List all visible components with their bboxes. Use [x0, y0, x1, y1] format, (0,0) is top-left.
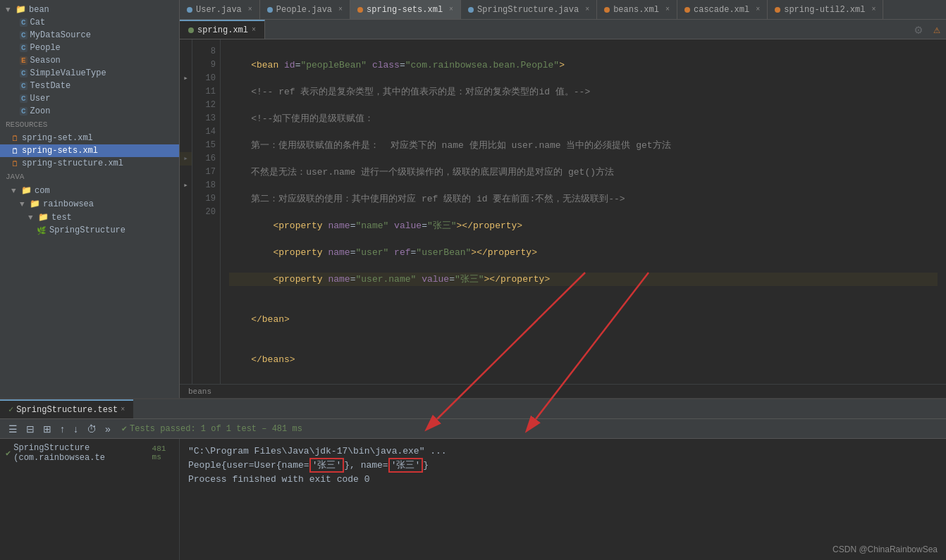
- console-output: "C:\Program Files\Java\jdk-17\bin\java.e…: [180, 439, 946, 560]
- warning-icon: ⚠: [928, 23, 946, 37]
- sidebar-item-cat[interactable]: C Cat: [0, 16, 179, 29]
- sidebar-item-spring-sets-xml[interactable]: 🗒 spring-sets.xml: [0, 144, 179, 157]
- tab-cascade-xml[interactable]: cascade.xml ×: [677, 0, 768, 19]
- bottom-panel: ✓ SpringStructure.test × ☰ ⊟ ⊞ ↑ ↓ ⏱ » ✔…: [0, 398, 946, 560]
- tab-spring-util2[interactable]: spring-util2.xml ×: [768, 0, 883, 19]
- sidebar-item-mydatasource[interactable]: C MyDataSource: [0, 29, 179, 42]
- java-icon: [468, 7, 474, 13]
- test-tree: ✔ SpringStructure (com.rainbowsea.te 481…: [0, 439, 180, 560]
- close-bottom-tab[interactable]: ×: [121, 406, 125, 413]
- java-icon: [187, 7, 192, 13]
- sidebar-folder-bean[interactable]: ▼ 📁 bean: [0, 3, 179, 16]
- bottom-toolbar: ☰ ⊟ ⊞ ↑ ↓ ⏱ » ✔ Tests passed: 1 of 1 tes…: [0, 419, 946, 439]
- close-editor-tab[interactable]: ×: [252, 26, 256, 34]
- watermark: CSDN @ChinaRainbowSea: [833, 545, 938, 554]
- line-numbers: 8 9 10 11 12 13 14 15 16 17 18 19 20: [192, 39, 221, 398]
- code-editor: ▸ ▸ ▸ 8 9 10 11 12 13 14 15 16 17 18 19 …: [180, 39, 946, 398]
- sidebar-folder-test[interactable]: ▼ 📁 test: [0, 211, 179, 224]
- bottom-tab-bar: ✓ SpringStructure.test ×: [0, 399, 946, 419]
- breadcrumb-bar: beans: [180, 384, 946, 398]
- xml-icon: [357, 7, 363, 13]
- folder-icon: 📁: [30, 199, 40, 209]
- sidebar-item-spring-structure[interactable]: 🌿 SpringStructure: [0, 224, 179, 237]
- tab-people-java[interactable]: People.java ×: [260, 0, 350, 19]
- sidebar-item-spring-structure-xml[interactable]: 🗒 spring-structure.xml: [0, 157, 179, 170]
- editor-tab-bar: spring.xml × ⚙ ⚠: [180, 20, 946, 39]
- console-line-2: People{user=User{name='张三'}, name='张三'}: [188, 459, 938, 473]
- test-pass-icon: ✓: [8, 404, 13, 415]
- sidebar: ▼ 📁 bean C Cat C MyDataSource C People E…: [0, 0, 180, 398]
- expand-button[interactable]: ⊞: [40, 422, 54, 436]
- sidebar-section-resources: resources: [0, 118, 179, 132]
- tab-spring-sets-xml[interactable]: spring-sets.xml ×: [350, 0, 461, 19]
- tab-user-java[interactable]: User.java ×: [180, 0, 260, 19]
- test-pass-icon: ✔: [6, 448, 11, 459]
- xml-file-icon: 🗒: [11, 134, 19, 143]
- collapse-button[interactable]: ⊟: [23, 422, 37, 436]
- test-tree-item[interactable]: ✔ SpringStructure (com.rainbowsea.te 481…: [3, 442, 176, 464]
- xml-icon: [775, 7, 780, 13]
- more-button[interactable]: »: [102, 422, 113, 436]
- bottom-tab-test[interactable]: ✓ SpringStructure.test ×: [0, 399, 133, 418]
- sidebar-item-people[interactable]: C People: [0, 42, 179, 54]
- spring-xml-icon: [188, 27, 194, 33]
- bottom-split: ✔ SpringStructure (com.rainbowsea.te 481…: [0, 439, 946, 560]
- prev-button[interactable]: ↑: [57, 422, 68, 436]
- xml-file-icon: 🗒: [11, 147, 19, 156]
- tab-beans-xml[interactable]: beans.xml ×: [597, 0, 677, 19]
- folder-icon: 📁: [38, 212, 49, 223]
- xml-icon: [684, 7, 690, 13]
- next-button[interactable]: ↓: [70, 422, 81, 436]
- filter-button[interactable]: ☰: [6, 422, 20, 436]
- xml-file-icon: 🗒: [11, 159, 19, 168]
- console-line-4: Process finished with exit code 0: [188, 473, 938, 487]
- sidebar-folder-com[interactable]: ▼ 📁 com: [0, 184, 179, 197]
- sidebar-item-season[interactable]: E Season: [0, 54, 179, 67]
- test-status: ✔ Tests passed: 1 of 1 test – 481 ms: [122, 423, 302, 434]
- clock-button[interactable]: ⏱: [84, 422, 99, 436]
- top-tab-bar: User.java × People.java × spring-sets.xm…: [180, 0, 946, 20]
- sidebar-section-java: java: [0, 170, 179, 184]
- fold-markers-column: ▸ ▸ ▸: [180, 39, 192, 398]
- tab-spring-structure[interactable]: SpringStructure.java ×: [461, 0, 597, 19]
- java-icon: [267, 7, 273, 13]
- spring-class-icon: 🌿: [37, 226, 47, 235]
- folder-icon: 📁: [21, 185, 32, 196]
- check-icon: ✔: [122, 423, 127, 434]
- sidebar-item-testdate[interactable]: C TestDate: [0, 80, 179, 92]
- folder-icon: 📁: [16, 4, 26, 15]
- xml-icon: [604, 7, 610, 13]
- sidebar-folder-rainbowsea[interactable]: ▼ 📁 rainbowsea: [0, 197, 179, 211]
- sidebar-item-simplevaluetype[interactable]: C SimpleValueType: [0, 67, 179, 80]
- code-content[interactable]: <bean id="peopleBean" class="com.rainbow…: [221, 39, 946, 398]
- sidebar-item-zoon[interactable]: C Zoon: [0, 105, 179, 118]
- sidebar-item-spring-set-xml[interactable]: 🗒 spring-set.xml: [0, 132, 179, 144]
- console-line-1: "C:\Program Files\Java\jdk-17\bin\java.e…: [188, 444, 938, 459]
- settings-icon: ⚙: [909, 22, 928, 37]
- editor-tab-spring-xml[interactable]: spring.xml ×: [180, 20, 265, 39]
- sidebar-item-user[interactable]: C User: [0, 92, 179, 105]
